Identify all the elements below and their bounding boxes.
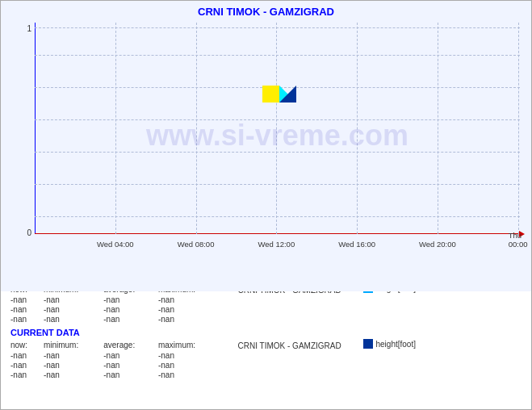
grid-v-1: [115, 23, 116, 234]
x-label-2: Wed 08:00: [178, 240, 215, 249]
curr-station-name: CRNI TIMOK - GAMZIGRAD: [238, 341, 341, 350]
grid-v-2: [196, 23, 197, 234]
curr-col-now: now:: [10, 339, 44, 351]
curr-r2-avg: -nan: [103, 361, 158, 370]
hist-r3-min: -nan: [44, 315, 103, 324]
curr-r2-min: -nan: [44, 361, 103, 370]
x-label-6: Thu 00:00: [509, 231, 528, 249]
current-title: CURRENT DATA: [10, 328, 522, 337]
curr-r3-now: -nan: [10, 370, 44, 380]
curr-col-min: minimum:: [44, 339, 103, 351]
curr-legend: height[foot]: [363, 339, 415, 349]
y-tick-0: 0: [12, 228, 31, 237]
hist-r2-avg: -nan: [103, 305, 158, 315]
hist-r1-min: -nan: [44, 295, 103, 305]
hist-r3-max: -nan: [158, 315, 222, 324]
grid-v-6: [518, 23, 519, 234]
hist-r3-now: -nan: [10, 315, 44, 324]
curr-r2-now: -nan: [10, 361, 44, 370]
chart-outer: www.si-vreme.com CRNI TIMOK - GAMZIGRAD …: [1, 1, 531, 267]
logo-icon: [262, 86, 296, 121]
current-table: now: minimum: average: maximum: CRNI TIM…: [10, 339, 522, 380]
grid-h-7: [35, 216, 520, 217]
hist-r3-avg: -nan: [103, 315, 158, 324]
grid-h-1: [35, 27, 520, 28]
curr-col-max: maximum:: [158, 339, 222, 351]
grid-v-5: [438, 23, 438, 234]
curr-r3-max: -nan: [158, 370, 222, 380]
svg-rect-0: [262, 86, 279, 102]
curr-r1-now: -nan: [10, 351, 44, 361]
chart-container: CRNI TIMOK - GAMZIGRAD 1 0: [1, 1, 531, 291]
hist-row-3: -nan -nan -nan -nan: [10, 315, 522, 324]
hist-r2-min: -nan: [44, 305, 103, 315]
grid-h-6: [35, 184, 520, 185]
x-label-3: Wed 12:00: [258, 240, 295, 249]
grid-v-3: [276, 23, 277, 234]
grid-v-4: [357, 23, 358, 234]
curr-r1-avg: -nan: [103, 351, 158, 361]
curr-r2-max: -nan: [158, 361, 222, 370]
curr-row-1: -nan -nan -nan -nan: [10, 351, 522, 361]
curr-row-2: -nan -nan -nan -nan: [10, 361, 522, 370]
grid-h-2: [35, 55, 520, 56]
curr-legend-label: height[foot]: [375, 340, 415, 349]
main-container: www.si-vreme.com CRNI TIMOK - GAMZIGRAD …: [0, 0, 532, 410]
grid-h-5: [35, 152, 520, 153]
curr-r1-min: -nan: [44, 351, 103, 361]
curr-r3-avg: -nan: [103, 370, 158, 380]
watermark-text: www.si-vreme.com: [146, 119, 408, 153]
curr-legend-color: [363, 339, 373, 349]
current-section: CURRENT DATA now: minimum: average: maxi…: [10, 328, 522, 380]
hist-r2-now: -nan: [10, 305, 44, 315]
hist-row-2: -nan -nan -nan -nan: [10, 305, 522, 315]
hist-row-1: -nan -nan -nan -nan: [10, 295, 522, 305]
hist-r1-max: -nan: [158, 295, 222, 305]
curr-col-avg: average:: [103, 339, 158, 351]
x-label-5: Wed 20:00: [419, 240, 456, 249]
hist-r2-max: -nan: [158, 305, 222, 315]
curr-col-station: CRNI TIMOK - GAMZIGRAD height[foot]: [222, 339, 522, 351]
hist-r1-avg: -nan: [103, 295, 158, 305]
chart-title: CRNI TIMOK - GAMZIGRAD: [1, 1, 531, 19]
hist-r1-now: -nan: [10, 295, 44, 305]
y-tick-1: 1: [12, 24, 31, 33]
curr-r3-min: -nan: [44, 370, 103, 380]
x-label-1: Wed 04:00: [97, 240, 134, 249]
curr-r1-max: -nan: [158, 351, 222, 361]
x-label-4: Wed 16:00: [338, 240, 375, 249]
curr-row-3: -nan -nan -nan -nan: [10, 370, 522, 380]
